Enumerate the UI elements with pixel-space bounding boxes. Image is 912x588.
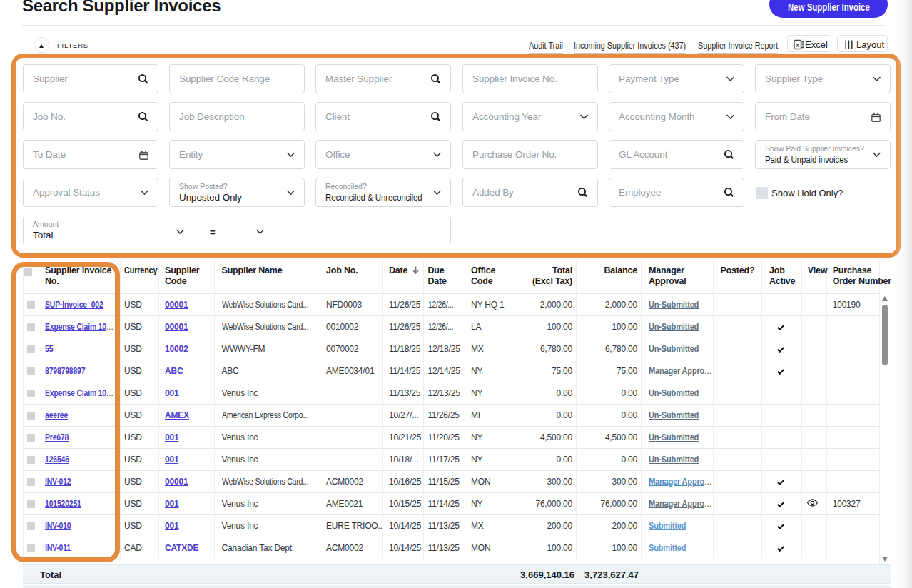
- svg-text:x: x: [796, 41, 799, 49]
